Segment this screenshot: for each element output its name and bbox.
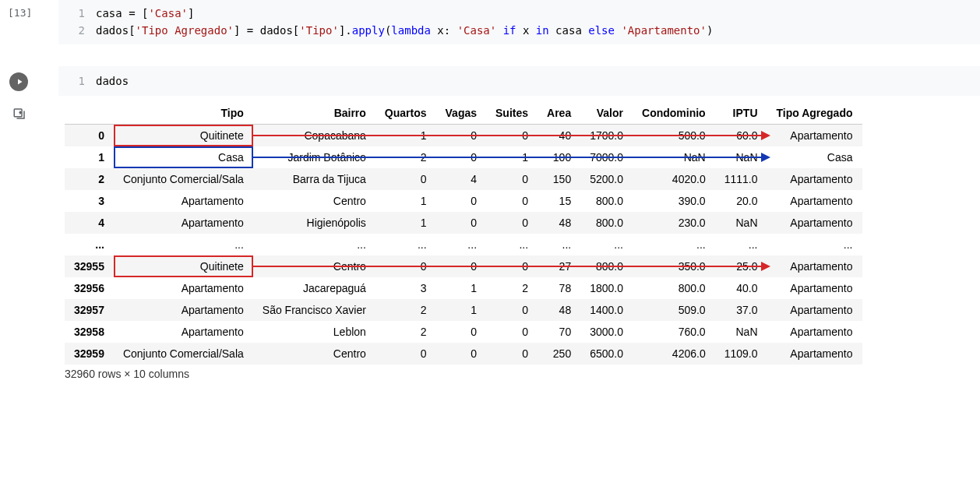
table-cell: Casa	[767, 146, 862, 168]
row-index: 2	[65, 168, 114, 190]
table-cell: 100	[538, 146, 580, 168]
table-cell: Leblon	[253, 321, 375, 343]
code-editor-1[interactable]: 1 casa = ['Casa'] 2 dados['Tipo Agregado…	[58, 0, 980, 44]
cell-gutter: [13]	[0, 0, 58, 19]
table-cell: 25.0	[715, 255, 767, 277]
table-cell: NaN	[633, 146, 715, 168]
code-line: casa = ['Casa']	[96, 5, 194, 22]
table-cell: Barra da Tijuca	[253, 168, 375, 190]
table-cell: 0	[375, 255, 436, 277]
cell-gutter	[0, 66, 58, 91]
table-cell: Jacarepaguá	[253, 277, 375, 299]
table-cell: 1800.0	[580, 277, 633, 299]
table-cell: 0	[436, 255, 486, 277]
table-cell: 0	[486, 321, 538, 343]
table-cell: 0	[436, 212, 486, 234]
table-cell: 390.0	[633, 190, 715, 212]
line-number: 1	[65, 72, 96, 90]
table-row: 32955QuitineteCentro00027800.0350.025.0A…	[65, 255, 862, 277]
table-cell: 3000.0	[580, 321, 633, 343]
table-cell: ...	[253, 234, 375, 255]
table-cell: Centro	[253, 190, 375, 212]
table-cell: 7000.0	[580, 146, 633, 168]
table-cell: 800.0	[580, 190, 633, 212]
table-cell: ...	[538, 234, 580, 255]
table-cell: ...	[767, 234, 862, 255]
table-cell: 2	[486, 277, 538, 299]
table-cell: Conjunto Comercial/Sala	[114, 343, 253, 365]
table-cell: 48	[538, 212, 580, 234]
column-header: Condominio	[633, 102, 715, 125]
column-header: Bairro	[253, 102, 375, 125]
table-cell: 1700.0	[580, 125, 633, 147]
table-cell: 48	[538, 299, 580, 321]
table-cell: 40	[538, 125, 580, 147]
table-row: 32959Conjunto Comercial/SalaCentro000250…	[65, 343, 862, 365]
row-index: ...	[65, 234, 114, 255]
table-cell: 230.0	[633, 212, 715, 234]
table-cell: Apartamento	[767, 299, 862, 321]
table-cell: ...	[436, 234, 486, 255]
table-cell: 0	[486, 299, 538, 321]
code-cell-2: 1 dados	[0, 66, 980, 96]
output-content: TipoBairroQuartosVagasSuitesAreaValorCon…	[58, 100, 980, 380]
table-cell: 1	[436, 299, 486, 321]
table-cell: ...	[580, 234, 633, 255]
table-cell: NaN	[715, 146, 767, 168]
table-cell: Apartamento	[114, 321, 253, 343]
line-number: 1	[65, 5, 96, 22]
table-cell: 1111.0	[715, 168, 767, 190]
table-cell: Apartamento	[114, 299, 253, 321]
row-index: 32959	[65, 343, 114, 365]
line-number: 2	[65, 22, 96, 39]
table-cell: São Francisco Xavier	[253, 299, 375, 321]
row-index: 32957	[65, 299, 114, 321]
table-cell: 0	[486, 255, 538, 277]
table-cell: 0	[436, 190, 486, 212]
table-cell: Apartamento	[767, 190, 862, 212]
table-cell: 2	[375, 321, 436, 343]
run-button-icon[interactable]	[9, 72, 28, 91]
table-cell: NaN	[715, 321, 767, 343]
table-cell: 1	[375, 125, 436, 147]
row-index: 1	[65, 146, 114, 168]
table-cell: 20.0	[715, 190, 767, 212]
table-cell: 250	[538, 343, 580, 365]
table-cell: 800.0	[580, 212, 633, 234]
table-row: 0QuitineteCopacabana100401700.0500.060.0…	[65, 125, 862, 147]
table-cell: 0	[375, 343, 436, 365]
column-header: Tipo	[114, 102, 253, 125]
table-cell: Apartamento	[767, 255, 862, 277]
table-cell: ...	[715, 234, 767, 255]
table-cell: 1	[375, 212, 436, 234]
code-editor-2[interactable]: 1 dados	[58, 66, 980, 96]
table-cell: 0	[375, 168, 436, 190]
output-icon[interactable]	[12, 111, 26, 123]
column-header: Suites	[486, 102, 538, 125]
table-cell: Apartamento	[767, 125, 862, 147]
table-cell: Apartamento	[767, 168, 862, 190]
table-cell: ...	[375, 234, 436, 255]
code-cell-1: [13] 1 casa = ['Casa'] 2 dados['Tipo Agr…	[0, 0, 980, 44]
table-cell: 1	[375, 190, 436, 212]
table-cell: Centro	[253, 255, 375, 277]
table-cell: 150	[538, 168, 580, 190]
table-cell: Apartamento	[767, 343, 862, 365]
table-cell: 0	[436, 125, 486, 147]
column-header: Tipo Agregado	[767, 102, 862, 125]
table-cell: Apartamento	[767, 212, 862, 234]
table-row: 32958ApartamentoLeblon200703000.0760.0Na…	[65, 321, 862, 343]
code-line: dados['Tipo Agregado'] = dados['Tipo'].a…	[96, 22, 713, 39]
code-line: dados	[96, 72, 129, 90]
table-cell: 0	[486, 168, 538, 190]
table-cell: Centro	[253, 343, 375, 365]
table-cell: 800.0	[633, 277, 715, 299]
table-cell: 1	[436, 277, 486, 299]
table-cell: 500.0	[633, 125, 715, 147]
dataframe-shape: 32960 rows × 10 columns	[65, 368, 980, 380]
table-cell: Casa	[114, 146, 253, 168]
table-cell: 6500.0	[580, 343, 633, 365]
table-cell: 0	[436, 321, 486, 343]
column-header: Quartos	[375, 102, 436, 125]
table-cell: Apartamento	[114, 212, 253, 234]
